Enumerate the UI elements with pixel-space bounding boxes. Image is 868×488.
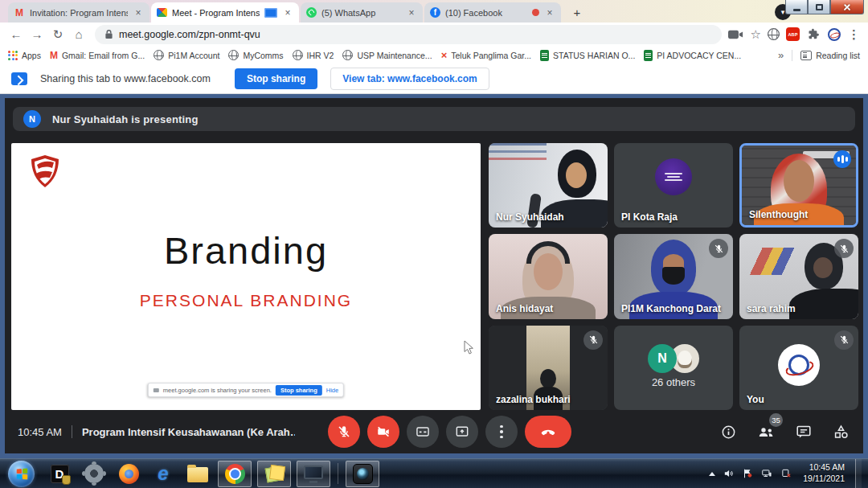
desktop-screen: M Invitation: Program Intensif Keus × Me… [0,0,868,488]
present-button[interactable] [446,416,478,448]
bookmark-gmail[interactable]: M Gmail: Email from G... [50,50,145,61]
tab-whatsapp[interactable]: (5) WhatsApp × [301,2,423,23]
bookmark-star-icon[interactable]: ☆ [751,27,761,42]
bookmark-mycomms[interactable]: MyComms [228,50,283,60]
camera-off-icon [376,424,391,439]
start-button[interactable] [8,461,35,487]
tab-close-icon[interactable]: × [133,7,144,18]
no-network-alert-icon[interactable] [780,468,792,479]
taskbar-app-settings[interactable] [80,461,108,487]
address-bar[interactable]: meet.google.com/zpn-onmt-qvu [95,25,722,44]
participant-tile-pi-kota-raja[interactable]: PI Kota Raja [614,143,733,228]
bookmark-apps[interactable]: Apps [8,51,41,60]
back-icon[interactable]: ← [6,25,26,44]
tab-close-icon[interactable]: × [406,7,417,18]
tab-capture-icon[interactable] [728,29,743,40]
pi-extension-icon[interactable] [828,28,841,41]
participant-name: PI1M Kanchong Darat [621,303,721,314]
participant-tile-silenthought[interactable]: Silenthought [739,143,858,228]
gear-icon [84,464,104,483]
captions-button[interactable] [407,416,439,448]
new-tab-button[interactable]: + [567,2,587,22]
browser-menu-icon[interactable]: ⋮ [848,27,860,42]
volume-icon[interactable] [723,468,735,479]
view-tab-button[interactable]: View tab: www.facebook.com [330,68,489,90]
tab-close-icon[interactable]: × [282,7,293,18]
video-backdrop [489,143,547,190]
bookmark-status-harian[interactable]: STATUS HARIAN O... [540,50,635,61]
taskbar-app-sticky-notes-open[interactable] [257,461,291,487]
minimize-icon [793,9,800,11]
participant-tile-others[interactable]: N 26 others [614,326,733,410]
participant-tile-pi1m-kanchong-darat[interactable]: PI1M Kanchong Darat [614,234,733,318]
bookmark-ihr-v2[interactable]: IHR V2 [293,50,334,60]
bookmark-usp-maintenance[interactable]: USP Maintenance... [342,50,432,60]
taskbar-app-remote-desktop-open[interactable] [297,461,330,487]
meeting-details-button[interactable] [720,424,737,441]
pill-stop-sharing-button[interactable]: Stop sharing [276,385,322,396]
slide-title: Branding [11,228,481,273]
bookmarks-overflow-icon[interactable]: » [778,49,784,61]
tab-facebook[interactable]: f (10) Facebook × [424,2,561,23]
meet-app: N Nur Syuhaidah is presenting Branding P… [5,98,863,453]
mic-muted-button[interactable] [328,416,360,448]
refresh-icon[interactable]: ↻ [48,25,68,44]
bookmark-teluk-panglima[interactable]: × Teluk Panglima Gar... [441,50,531,60]
sticky-notes-icon [265,465,283,482]
speaking-indicator-icon [833,150,851,168]
camera-off-button[interactable] [367,416,399,448]
participant-name: zazalina bukhari [496,394,571,405]
adblock-extension-icon[interactable]: ABP [786,27,800,41]
stop-sharing-button[interactable]: Stop sharing [235,68,317,89]
chat-button[interactable] [795,423,813,441]
network-icon[interactable] [760,468,773,479]
tab-meet-active[interactable]: Meet - Program Intensif Keu × [151,2,299,23]
participant-tile-nur-syuhaidah[interactable]: Nur Syuhaidah [489,143,608,228]
extensions-puzzle-icon[interactable] [807,27,821,41]
slide-subtitle: PERSONAL BRANDING [11,291,481,310]
bookmarks-bar: Apps M Gmail: Email from G... Pi1M Accou… [0,46,868,64]
taskbar-app-firefox[interactable] [114,461,143,487]
participant-tile-anis-hidayat[interactable]: Anis hidayat [489,234,608,318]
hidden-icons-button[interactable] [709,472,715,476]
maximize-button[interactable] [808,0,830,14]
taskbar-clock[interactable]: 10:45 AM 19/11/2021 [800,462,848,484]
taskbar-app-webcam-open[interactable] [346,461,379,487]
internet-explorer-icon: e [158,464,168,483]
windows-logo-icon [16,468,27,479]
taskbar-app-chrome-open[interactable] [218,461,252,487]
show-desktop-button[interactable] [855,459,862,488]
avatar-initial: N [648,344,677,373]
participant-tile-zazalina-bukhari[interactable]: zazalina bukhari [489,326,608,410]
taskbar-app-daemon[interactable]: D [45,461,74,487]
action-center-flag-icon[interactable] [742,468,753,479]
pill-hide-button[interactable]: Hide [326,387,338,394]
headphones [526,241,570,264]
browser-window-frame: N Nur Syuhaidah is presenting Branding P… [0,94,868,458]
minimize-button[interactable] [785,0,808,14]
extension-globe-icon[interactable] [768,28,780,40]
taskbar-app-internet-explorer[interactable]: e [149,461,178,487]
reading-list-label: Reading list [816,51,860,60]
presentation-slide: Branding PERSONAL BRANDING meet.google.c… [11,143,481,410]
tab-gmail[interactable]: M Invitation: Program Intensif Keus × [8,2,149,23]
activities-button[interactable] [832,423,850,441]
participant-tile-you[interactable]: You [739,326,858,410]
close-button[interactable] [830,0,864,14]
cast-icon [154,388,159,392]
facebook-icon: f [430,7,440,18]
reading-list-button[interactable]: Reading list [800,51,860,60]
sheets-icon [644,50,653,61]
taskbar-app-file-explorer[interactable] [183,461,212,487]
forward-icon[interactable]: → [27,25,47,44]
home-icon[interactable]: ⌂ [69,25,88,44]
maximize-icon [816,4,823,10]
participant-avatar [655,158,692,195]
more-options-button[interactable] [485,416,518,448]
tab-close-icon[interactable]: × [544,7,555,18]
bookmark-pi1m-account[interactable]: Pi1M Account [154,50,219,60]
leave-call-button[interactable] [525,416,571,448]
participants-button[interactable]: 35 [756,422,776,441]
participant-tile-sara-rahim[interactable]: sara rahim [739,234,858,318]
bookmark-pi-advocacy[interactable]: PI ADVOCACY CEN... [644,50,741,61]
